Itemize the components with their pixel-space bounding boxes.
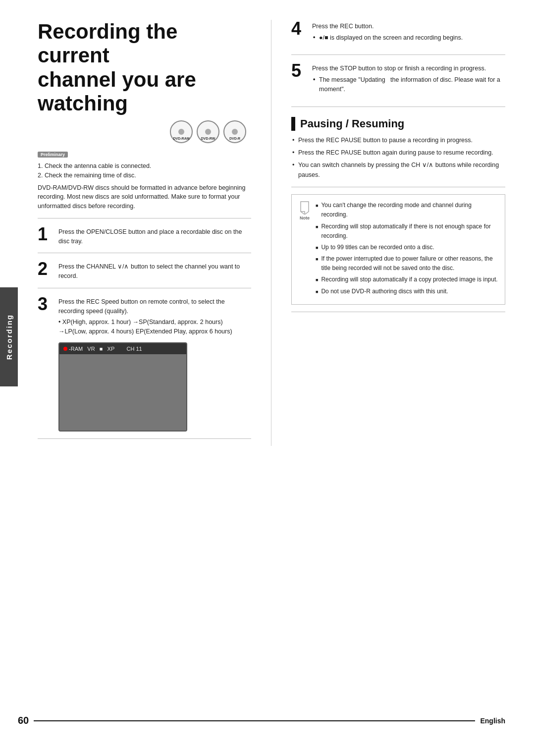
note-content: You can't change the recording mode and … (316, 201, 498, 298)
note-item-5: Recording will stop automatically if a c… (316, 275, 498, 284)
divider-2 (38, 253, 251, 253)
right-column: 4 Press the REC button. •●/■ is displaye… (271, 20, 505, 446)
note-pencil-icon (299, 201, 311, 215)
divider-4 (38, 438, 251, 439)
section-title: Pausing / Resuming (300, 117, 404, 130)
main-title: Recording the current channel you are wa… (38, 20, 251, 115)
page: Recording Recording the current channel … (0, 0, 535, 756)
note-label: Note (300, 216, 310, 220)
step-2-content: Press the CHANNEL ∨/∧ button to select t… (58, 260, 251, 281)
note-icon-area: Note (299, 201, 311, 220)
divider-8 (291, 312, 505, 312)
disc-icon-dvd-rw: DVD-RW (197, 120, 219, 143)
page-number: 60 (18, 715, 29, 726)
divider-7 (291, 187, 505, 187)
divider-3 (38, 288, 251, 288)
tv-status-bar: -RAM VR ■ XP CH 11 (59, 343, 186, 355)
step-3: 3 Press the REC Speed button on remote c… (38, 295, 251, 432)
section-bar (291, 117, 295, 131)
tv-screen-container: -RAM VR ■ XP CH 11 (58, 342, 251, 432)
step-4: 4 Press the REC button. •●/■ is displaye… (291, 20, 505, 48)
step-3-number: 3 (38, 295, 52, 313)
side-tab-label: Recording (5, 314, 13, 360)
note-item-2: Recording will stop automatically if the… (316, 222, 498, 241)
bullet-1: Press the REC PAUSE button to pause a re… (291, 136, 505, 145)
step-5: 5 Press the STOP button to stop or finis… (291, 62, 505, 100)
step-1: 1 Press the OPEN/CLOSE button and place … (38, 225, 251, 246)
step-5-number: 5 (291, 62, 305, 80)
tv-screen: -RAM VR ■ XP CH 11 (58, 342, 187, 432)
preliminary-badge: Preliminary (38, 152, 68, 158)
step-4-number: 4 (291, 20, 305, 38)
divider-5 (291, 54, 505, 55)
disc-icons-row: DVD-RAM DVD-RW DVD-R (38, 120, 251, 143)
tv-screen-body (59, 354, 186, 431)
rec-dot (63, 347, 67, 351)
note-item-6: Do not use DVD-R authoring discs with th… (316, 287, 498, 296)
step-4-content: Press the REC button. •●/■ is displayed … (312, 20, 505, 48)
divider-6 (291, 107, 505, 107)
step-1-content: Press the OPEN/CLOSE button and place a … (58, 225, 251, 246)
footer: 60 English (18, 715, 505, 726)
step-1-number: 1 (38, 225, 52, 243)
side-tab: Recording (0, 287, 18, 386)
left-column: Recording the current channel you are wa… (38, 20, 271, 446)
step-5-content: Press the STOP button to stop or finish … (312, 62, 505, 100)
footer-divider (34, 720, 475, 721)
pausing-bullets: Press the REC PAUSE button to pause a re… (291, 136, 505, 180)
bullet-2: Press the REC PAUSE button again during … (291, 148, 505, 158)
main-content: Recording the current channel you are wa… (18, 0, 535, 466)
note-item-1: You can't change the recording mode and … (316, 201, 498, 219)
pausing-resuming-header: Pausing / Resuming (291, 117, 505, 131)
step-2: 2 Press the CHANNEL ∨/∧ button to select… (38, 260, 251, 281)
note-item-3: Up to 99 titles can be recorded onto a d… (316, 243, 498, 252)
disc-icon-dvd-ram: DVD-RAM (170, 120, 193, 143)
step-3-content: Press the REC Speed button on remote con… (58, 295, 251, 432)
note-box: Note You can't change the recording mode… (291, 194, 505, 305)
note-item-4: If the power interrupted due to power fa… (316, 254, 498, 273)
bullet-3: You can switch channels by pressing the … (291, 161, 505, 180)
preliminary-notes: 1. Check the antenna cable is connected.… (38, 162, 251, 211)
divider-1 (38, 218, 251, 218)
footer-language: English (480, 717, 505, 725)
step-2-number: 2 (38, 260, 52, 278)
disc-icon-dvd-r: DVD-R (223, 120, 246, 143)
